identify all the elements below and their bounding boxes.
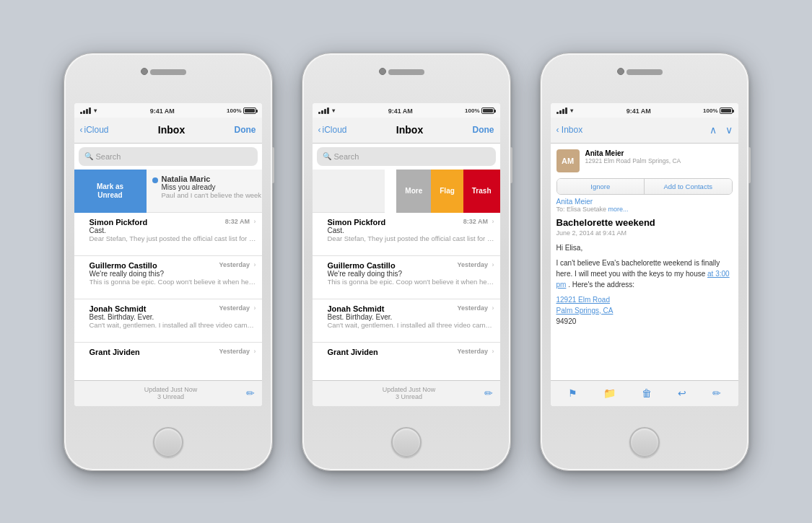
status-time-3: 9:41 AM [627,107,651,115]
trash-button[interactable]: 🗑 [642,387,652,399]
status-time-1: 9:41 AM [150,107,175,115]
swipe-subject2-2: again so... [313,190,379,198]
more-recipients-link[interactable]: more... [608,206,629,213]
battery-icon-3 [720,107,733,114]
status-bar-1: ▾ 9:41 AM 100% [74,103,262,118]
trash-action-button[interactable]: Trash [463,170,500,213]
side-button-2 [510,147,512,183]
flag-action-button[interactable]: Flag [431,170,463,213]
folder-button[interactable]: 📁 [603,387,616,399]
mail-list-2: Simon Pickford 8:32 AM › Cast. Dear Stef… [313,213,500,386]
mail-time: Yesterday › [219,348,256,356]
to-text: To: Elisa Suetake [556,206,607,213]
footer-status-1: Updated Just Now 3 Unread [96,386,246,400]
battery-area-3: 100% [703,107,732,114]
home-button-3[interactable] [629,427,660,457]
mail-sender: Jonah Schmidt Yesterday › [328,304,494,313]
inbox-back-button[interactable]: ‹ Inbox [556,125,583,135]
address-block: 12921 Elm Road Palm Springs, CA 94920 [556,294,733,327]
list-item[interactable]: Jonah Schmidt Yesterday › Best. Birthday… [74,299,262,343]
signal-wifi-3: ▾ [556,107,575,114]
more-action-button[interactable]: More [396,170,431,213]
search-bar-1[interactable]: 🔍 Search [79,147,258,166]
wifi-icon-3: ▾ [570,107,573,114]
list-item[interactable]: Grant Jividen Yesterday › [313,343,500,386]
nav-bar-1: ‹ iCloud Inbox Done [74,118,262,144]
list-item[interactable]: Simon Pickford 8:32 AM › Cast. Dear Stef… [313,213,500,256]
list-item[interactable]: Guillermo Castillo Yesterday › We're rea… [74,256,262,299]
list-item[interactable]: Jonah Schmidt Yesterday › Best. Birthday… [313,299,500,343]
address-line-1[interactable]: 12921 Elm Road [556,294,733,305]
back-button-1[interactable]: ‹ iCloud [80,125,109,135]
swipe-container-2: More Flag Trash 9:15 AM quickly the agai… [313,170,500,213]
back-button-2[interactable]: ‹ iCloud [318,125,347,135]
list-item[interactable]: Guillermo Castillo Yesterday › We're rea… [313,256,500,299]
battery-icon-2 [481,107,494,114]
signal-bars [80,107,91,114]
body-text-1: I can't believe Eva's bachelorette weeke… [556,259,720,278]
mail-list-1: Simon Pickford 8:32 AM › Cast. Dear Stef… [74,213,262,386]
mail-sender: Guillermo Castillo Yesterday › [90,261,256,270]
battery-fill-2 [483,109,493,113]
speaker-3 [627,69,663,75]
sender-row: AM Anita Meier 12921 Elm Road Palm Sprin… [556,149,733,172]
sender-full-name: Anita Meier [585,149,733,157]
screen-3: ▾ 9:41 AM 100% ‹ Inbox ∧ ∨ [551,103,738,406]
mail-content: Grant Jividen Yesterday › [328,348,494,356]
battery-text-1: 100% [227,107,241,114]
add-contact-button[interactable]: Add to Contacts [645,179,732,194]
detail-from-name: Anita Meier [556,198,733,206]
reply-button[interactable]: ↩ [678,387,686,399]
battery-fill-1 [245,109,255,113]
mail-subject: We're really doing this? [328,270,494,278]
signal-bars-2 [318,107,329,114]
sender-avatar: AM [556,149,580,172]
home-button-2[interactable] [391,427,422,457]
mark-unread-action[interactable]: Mark asUnread [74,170,147,213]
contact-actions: Ignore Add to Contacts [556,178,733,195]
battery-text-2: 100% [465,107,479,114]
battery-icon-1 [243,107,256,114]
speaker-1 [150,69,186,75]
compose-icon-2[interactable]: ✏ [484,387,493,399]
body-text-2: . Here's the address: [568,281,634,289]
updated-text-2: Updated Just Now [334,386,484,393]
list-item[interactable]: Simon Pickford 8:32 AM › Cast. Dear Stef… [74,213,262,256]
address-line-2[interactable]: Palm Springs, CA [556,305,733,316]
camera-3 [617,68,624,75]
mail-preview: Dear Stefan, They just posted the offici… [90,234,256,242]
search-placeholder-1: Search [96,152,121,161]
unread-count-2: 3 Unread [334,393,484,400]
compose-button-3[interactable]: ✏ [712,387,721,399]
mail-preview: Can't wait, gentlemen. I installed all t… [328,321,494,329]
back-chevron-2: ‹ [318,125,321,135]
mail-preview-1: Paul and I can't believe the week went b… [162,191,262,199]
sender-name: Jonah Schmidt [328,304,385,313]
done-button-1[interactable]: Done [235,125,256,135]
detail-to-line: To: Elisa Suetake more... [556,206,733,213]
mail-subject-1: Miss you already [162,183,262,191]
zip-code: 94920 [556,317,577,325]
mail-preview: Dear Stefan, They just posted the offici… [328,234,494,242]
mail-sender: Simon Pickford 8:32 AM › [328,218,494,227]
done-button-2[interactable]: Done [473,125,494,135]
screen-2: ▾ 9:41 AM 100% ‹ iCloud Inbox Done 🔍 Sea… [313,103,500,406]
swipe-mail-item-2[interactable]: 9:15 AM quickly the again so... [313,170,385,213]
search-icon-1: 🔍 [84,152,93,160]
compose-icon-1[interactable]: ✏ [246,387,255,399]
swipe-mail-item-1[interactable]: Natalia Maric Miss you already Paul and … [147,170,262,213]
prev-email-button[interactable]: ∧ [710,124,717,136]
phone-2: ▾ 9:41 AM 100% ‹ iCloud Inbox Done 🔍 Sea… [302,53,511,471]
sender-name: Simon Pickford [90,218,148,227]
flag-button[interactable]: ⚑ [568,387,577,399]
search-bar-2[interactable]: 🔍 Search [317,147,496,166]
swipe-subject1-2: quickly the [313,183,379,190]
ignore-button[interactable]: Ignore [557,179,645,194]
nav-arrows: ∧ ∨ [710,124,733,136]
home-button-1[interactable] [153,427,183,457]
list-item[interactable]: Grant Jividen Yesterday › [74,343,262,386]
mail-subject: Best. Birthday. Ever. [328,313,494,321]
battery-fill-3 [721,109,731,113]
next-email-button[interactable]: ∨ [725,124,733,136]
mail-sender-1: Natalia Maric [162,175,262,183]
